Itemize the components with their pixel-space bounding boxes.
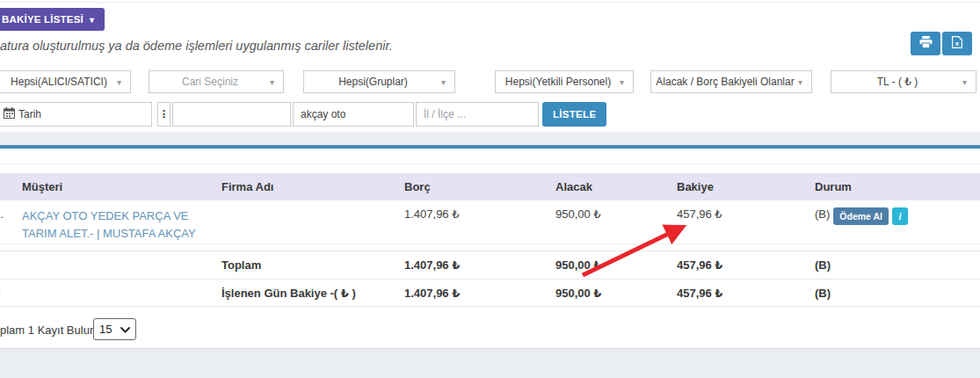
table-header-row: # Müşteri Firma Adı Borç Alacak Bakiye D… [0,173,980,200]
chevron-down-icon: ▾ [117,77,121,87]
vertical-ellipsis-icon: ⋮ [159,108,170,120]
chevron-down-icon: ▾ [441,77,446,87]
page-description: atura oluşturulmuş ya da ödeme işlemleri… [0,39,393,53]
filter-yetkili-personel-value: Hepsi(Yetkili Personel) [498,76,630,88]
col-header-firma-adi: Firma Adı [221,180,404,193]
musteri-link[interactable]: AKÇAY OTO YEDEK PARÇA VE TARIM ALET.- | … [22,207,221,243]
toplam-bakiye: 457,96 ₺ [677,258,815,272]
chevron-down-icon: ▾ [620,77,624,87]
filter-cari-placeholder: Cari Seçiniz [175,76,258,88]
bakiye-listesi-menu-button[interactable]: BAKİYE LİSTESİ ▾ [0,8,105,31]
col-header-durum: Durum [815,180,980,193]
filter-alici-satici-select[interactable]: Hepsi(ALICI/SATICI) ▾ [0,70,131,93]
filter-alici-satici-value: Hepsi(ALICI/SATICI) [4,76,127,88]
section-divider-band [0,132,980,145]
col-header-bakiye: Bakiye [677,180,815,193]
row-number: # [0,258,22,272]
filter-bakiye-tipi-value: Alacak / Borç Bakiyeli Olanlar [650,76,812,88]
section-divider-bar [0,145,980,149]
date-to-input[interactable] [172,102,291,127]
filter-gruplar-select[interactable]: Hepsi(Gruplar) ▾ [303,70,455,93]
alacak-cell: 950,00 ₺ [555,207,677,244]
cari-name-search-input[interactable] [293,102,414,127]
page-size-select[interactable]: 15 [93,318,136,340]
borc-cell: 1.407,96 ₺ [404,207,555,244]
print-button[interactable] [911,32,940,55]
chevron-down-icon: ▾ [270,77,274,87]
top-divider [0,2,980,3]
city-district-input[interactable] [416,102,539,127]
toplam-alacak: 950,00 ₺ [555,258,677,272]
listele-button[interactable]: LİSTELE [542,102,606,127]
gun-bakiye-borc: 1.407,96 ₺ [404,287,555,300]
info-button[interactable]: i [892,207,908,225]
date-from-input[interactable]: Tarih [0,102,152,127]
filter-yetkili-personel-select[interactable]: Hepsi(Yetkili Personel) ▾ [495,70,634,93]
svg-text:x: x [955,40,960,47]
printer-icon [919,36,933,51]
chevron-down-icon: ▾ [90,15,94,25]
col-header-num: # [0,180,22,193]
gun-bakiye-bakiye: 457,96 ₺ [677,287,815,300]
bakiye-listesi-label: BAKİYE LİSTESİ [2,14,83,25]
chevron-down-icon [120,323,130,336]
gun-bakiye-durum: (B) [815,287,980,300]
gun-bakiye-alacak: 950,00 ₺ [555,287,677,300]
toplam-durum: (B) [815,258,980,272]
odeme-al-button[interactable]: Ödeme Al [833,207,889,225]
filter-currency-select[interactable]: TL - ( ₺ ) ▾ [831,70,976,93]
firma-adi-cell [221,207,404,244]
col-header-alacak: Alacak [555,180,677,193]
filter-bakiye-tipi-select[interactable]: Alacak / Borç Bakiyeli Olanlar ▾ [650,70,812,93]
row-number: # [0,287,22,300]
excel-export-button[interactable]: x [942,32,972,55]
toplam-borc: 1.407,96 ₺ [404,258,555,272]
export-toolbar: x [911,32,972,55]
bakiye-cell: 457,96 ₺ [677,207,815,244]
chevron-down-icon: ▾ [798,77,802,87]
table-top-divider [0,164,980,164]
date-from-label: Tarih [18,108,41,120]
col-header-borc: Borç [404,180,555,193]
filter-cari-select[interactable]: Cari Seçiniz ▾ [149,70,284,93]
toplam-summary-row: # Toplam 1.407,96 ₺ 950,00 ₺ 457,96 ₺ (B… [0,251,980,279]
filter-gruplar-value: Hepsi(Gruplar) [331,76,427,88]
toplam-label: Toplam [221,258,404,272]
durum-badge: (B) [815,207,830,221]
gun-bakiye-label: İşlenen Gün Bakiye -( ₺ ) [221,287,404,300]
excel-file-icon: x [952,36,962,51]
filter-currency-value: TL - ( ₺ ) [870,76,938,88]
page-size-value: 15 [99,323,112,336]
chevron-down-icon: ▾ [962,77,967,87]
col-header-musteri: Müşteri [22,180,221,193]
gun-bakiye-summary-row: # İşlenen Gün Bakiye -( ₺ ) 1.407,96 ₺ 9… [0,279,980,307]
date-range-separator: ⋮ [157,102,171,127]
row-number: 1. [0,207,22,244]
table-row: 1. AKÇAY OTO YEDEK PARÇA VE TARIM ALET.-… [0,200,980,244]
bottom-footer-band [0,348,980,378]
calendar-icon [4,107,15,121]
